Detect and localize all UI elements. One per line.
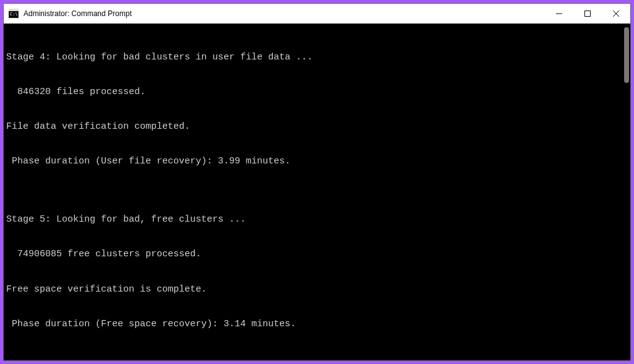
scrollbar-track[interactable] — [622, 24, 630, 360]
terminal-line: Free space verification is complete. — [6, 284, 628, 296]
terminal-line: File data verification completed. — [6, 121, 628, 133]
terminal-line: Phase duration (Free space recovery): 3.… — [6, 319, 628, 331]
terminal-line: Phase duration (User file recovery): 3.9… — [6, 156, 628, 168]
minimize-button[interactable] — [545, 4, 573, 24]
svg-rect-1 — [9, 9, 19, 11]
scrollbar-thumb[interactable] — [624, 27, 629, 83]
terminal-line: Stage 4: Looking for bad clusters in use… — [6, 52, 628, 64]
cmd-icon: C:\ — [9, 9, 19, 19]
command-prompt-window: C:\ Administrator: Command Prompt Stage … — [3, 3, 631, 361]
terminal-body[interactable]: Stage 4: Looking for bad clusters in use… — [4, 24, 630, 360]
svg-text:C:\: C:\ — [10, 12, 18, 17]
titlebar[interactable]: C:\ Administrator: Command Prompt — [4, 4, 630, 24]
svg-rect-4 — [585, 11, 591, 17]
terminal-line: 74906085 free clusters processed. — [6, 249, 628, 261]
maximize-button[interactable] — [573, 4, 602, 24]
terminal-output: Stage 4: Looking for bad clusters in use… — [6, 28, 628, 358]
window-controls — [545, 4, 630, 24]
terminal-line: 846320 files processed. — [6, 87, 628, 98]
close-button[interactable] — [602, 4, 630, 24]
terminal-line: Stage 5: Looking for bad, free clusters … — [6, 214, 628, 226]
window-title: Administrator: Command Prompt — [24, 9, 545, 18]
